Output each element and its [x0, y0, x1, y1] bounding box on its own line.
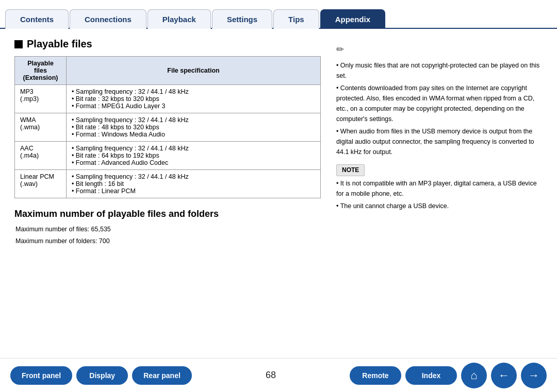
tab-appendix[interactable]: Appendix — [320, 9, 385, 29]
format-name: MP3(.mp3) — [15, 85, 67, 113]
tab-settings[interactable]: Settings — [212, 9, 272, 29]
col2-header: File specification — [67, 57, 321, 85]
spec-item: Bit rate : 48 kbps to 320 kbps — [72, 124, 315, 131]
bottom-navigation: Front panel Display Rear panel 68 Remote… — [0, 358, 557, 392]
file-spec: Sampling frequency : 32 / 44.1 / 48 kHzB… — [67, 85, 321, 113]
left-column: Playable files Playable files (Extension… — [14, 38, 321, 353]
section2-title-text: Maximum number of playable files and fol… — [14, 209, 219, 219]
file-spec: Sampling frequency : 32 / 44.1 / 48 kHzB… — [67, 113, 321, 142]
max-files-line: Maximum number of files: 65,535 — [15, 224, 321, 235]
file-spec: Sampling frequency : 32 / 44.1 / 48 kHzB… — [67, 142, 321, 170]
section-marker — [14, 40, 23, 48]
table-row: WMA(.wma)Sampling frequency : 32 / 44.1 … — [15, 113, 321, 142]
section2-title: Maximum number of playable files and fol… — [14, 209, 321, 219]
note-label: NOTE — [336, 164, 365, 176]
table-row: MP3(.mp3)Sampling frequency : 32 / 44.1 … — [15, 85, 321, 113]
remote-button[interactable]: Remote — [350, 366, 401, 385]
spec-item: Sampling frequency : 32 / 44.1 / 48 kHz — [72, 116, 315, 124]
spec-item: Format : MPEG1 Audio Layer 3 — [72, 103, 315, 110]
tab-tips[interactable]: Tips — [273, 9, 319, 29]
rear-panel-button[interactable]: Rear panel — [132, 366, 192, 385]
format-name: AAC(.m4a) — [15, 142, 67, 170]
right-column: ✏ Only music files that are not copyrigh… — [336, 38, 543, 353]
spec-item: Format : Advanced Audio Codec — [72, 159, 315, 166]
front-panel-button[interactable]: Front panel — [10, 366, 72, 385]
spec-item: Sampling frequency : 32 / 44.1 / 48 kHz — [72, 145, 315, 152]
main-content: Playable files Playable files (Extension… — [0, 29, 557, 358]
spec-item: Bit rate : 32 kbps to 320 kbps — [72, 95, 315, 103]
playable-files-table: Playable files (Extension) File specific… — [14, 56, 321, 198]
col1-header: Playable files (Extension) — [15, 57, 67, 85]
section1-title-text: Playable files — [27, 38, 92, 50]
spec-item: Format : Windows Media Audio — [72, 131, 315, 138]
spec-item: Bit length : 16 bit — [72, 180, 315, 188]
section2-body: Maximum number of files: 65,535 Maximum … — [14, 224, 321, 247]
pencil-icon: ✏ — [336, 42, 543, 57]
max-folders-line: Maximum number of folders: 700 — [15, 235, 321, 247]
page-number: 68 — [196, 370, 346, 381]
note-item: Contents downloaded from pay sites on th… — [336, 83, 543, 124]
top-navigation: Contents Connections Playback Settings T… — [0, 0, 557, 29]
copyright-notes: Only music files that are not copyright-… — [336, 60, 543, 157]
spec-item: Format : Linear PCM — [72, 188, 315, 195]
note-items: It is not compatible with an MP3 player,… — [336, 178, 543, 211]
note-item: When audio from files in the USB memory … — [336, 126, 543, 157]
format-name: WMA(.wma) — [15, 113, 67, 142]
table-row: AAC(.m4a)Sampling frequency : 32 / 44.1 … — [15, 142, 321, 170]
spec-item: Sampling frequency : 32 / 44.1 / 48 kHz — [72, 173, 315, 180]
note-list-item: It is not compatible with an MP3 player,… — [336, 178, 543, 199]
spec-item: Bit rate : 64 kbps to 192 kbps — [72, 152, 315, 159]
tab-connections[interactable]: Connections — [70, 9, 146, 29]
tab-playback[interactable]: Playback — [148, 9, 211, 29]
home-button[interactable]: ⌂ — [461, 363, 487, 388]
forward-button[interactable]: → — [521, 363, 547, 388]
note-item: Only music files that are not copyright-… — [336, 60, 543, 81]
file-spec: Sampling frequency : 32 / 44.1 / 48 kHzB… — [67, 170, 321, 198]
back-button[interactable]: ← — [491, 363, 517, 388]
display-button[interactable]: Display — [76, 366, 128, 385]
section1-title: Playable files — [14, 38, 321, 50]
tab-contents[interactable]: Contents — [5, 9, 69, 29]
index-button[interactable]: Index — [405, 366, 457, 385]
format-name: Linear PCM(.wav) — [15, 170, 67, 198]
table-row: Linear PCM(.wav)Sampling frequency : 32 … — [15, 170, 321, 198]
note-list-item: The unit cannot charge a USB device. — [336, 201, 543, 211]
spec-item: Sampling frequency : 32 / 44.1 / 48 kHz — [72, 88, 315, 95]
